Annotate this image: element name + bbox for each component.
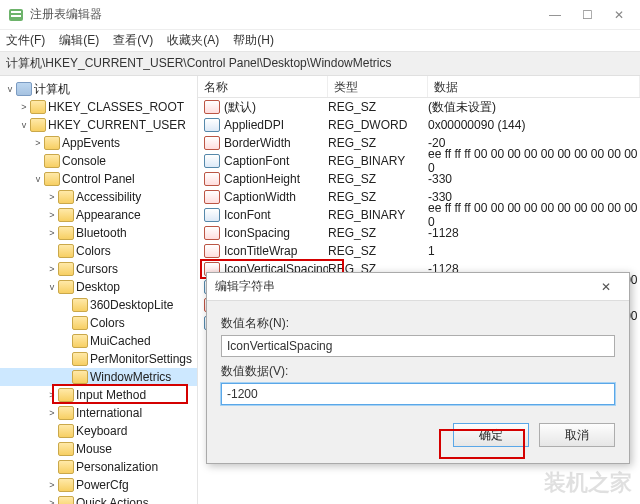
value-data: 0x00000090 (144) xyxy=(428,118,640,132)
tree-item[interactable]: >AppEvents xyxy=(0,134,197,152)
tree-item[interactable]: >HKEY_CLASSES_ROOT xyxy=(0,98,197,116)
tree-label: Accessibility xyxy=(76,190,141,204)
value-data: ee ff ff ff 00 00 00 00 00 00 00 00 00 0… xyxy=(428,147,640,175)
svg-rect-2 xyxy=(11,15,21,17)
tree-item[interactable]: >International xyxy=(0,404,197,422)
menu-help[interactable]: 帮助(H) xyxy=(233,32,274,49)
tree-item[interactable]: Console xyxy=(0,152,197,170)
value-icon xyxy=(204,118,220,132)
tree-item[interactable]: 360DesktopLite xyxy=(0,296,197,314)
value-row[interactable]: IconSpacingREG_SZ-1128 xyxy=(198,224,640,242)
tree-label: MuiCached xyxy=(90,334,151,348)
tree-item[interactable]: Mouse xyxy=(0,440,197,458)
folder-icon xyxy=(58,280,74,294)
value-row[interactable]: CaptionFontREG_BINARYee ff ff ff 00 00 0… xyxy=(198,152,640,170)
menu-file[interactable]: 文件(F) xyxy=(6,32,45,49)
value-row[interactable]: IconTitleWrapREG_SZ1 xyxy=(198,242,640,260)
address-bar[interactable]: 计算机\HKEY_CURRENT_USER\Control Panel\Desk… xyxy=(0,52,640,76)
titlebar: 注册表编辑器 — ☐ ✕ xyxy=(0,0,640,30)
tree-item[interactable]: >Accessibility xyxy=(0,188,197,206)
folder-icon xyxy=(30,100,46,114)
tree-item[interactable]: vHKEY_CURRENT_USER xyxy=(0,116,197,134)
dialog-close-button[interactable]: ✕ xyxy=(591,280,621,294)
tree-item[interactable]: vControl Panel xyxy=(0,170,197,188)
folder-icon xyxy=(58,460,74,474)
value-data: -1128 xyxy=(428,226,640,240)
value-name: IconSpacing xyxy=(224,226,328,240)
value-row[interactable]: IconFontREG_BINARYee ff ff ff 00 00 00 0… xyxy=(198,206,640,224)
tree-item[interactable]: vDesktop xyxy=(0,278,197,296)
tree-label: AppEvents xyxy=(62,136,120,150)
ok-button[interactable]: 确定 xyxy=(453,423,529,447)
col-data[interactable]: 数据 xyxy=(428,76,640,97)
tree-item[interactable]: Colors xyxy=(0,242,197,260)
tree-label: Cursors xyxy=(76,262,118,276)
value-row[interactable]: AppliedDPIREG_DWORD0x00000090 (144) xyxy=(198,116,640,134)
value-icon xyxy=(204,208,220,222)
folder-icon xyxy=(58,388,74,402)
tree-label: Desktop xyxy=(76,280,120,294)
folder-icon xyxy=(58,406,74,420)
folder-icon xyxy=(58,208,74,222)
value-type: REG_SZ xyxy=(328,226,428,240)
tree-item[interactable]: >Input Method xyxy=(0,386,197,404)
value-row[interactable]: (默认)REG_SZ(数值未设置) xyxy=(198,98,640,116)
value-data-input[interactable] xyxy=(221,383,615,405)
window-title: 注册表编辑器 xyxy=(30,6,548,23)
value-name: BorderWidth xyxy=(224,136,328,150)
folder-icon xyxy=(72,316,88,330)
menu-favorites[interactable]: 收藏夹(A) xyxy=(167,32,219,49)
folder-icon xyxy=(58,226,74,240)
tree-item[interactable]: MuiCached xyxy=(0,332,197,350)
tree-label: Keyboard xyxy=(76,424,127,438)
value-icon xyxy=(204,190,220,204)
tree-label: Bluetooth xyxy=(76,226,127,240)
tree-label: PowerCfg xyxy=(76,478,129,492)
value-name-label: 数值名称(N): xyxy=(221,315,615,332)
value-icon xyxy=(204,244,220,258)
tree-label: 360DesktopLite xyxy=(90,298,173,312)
maximize-button[interactable]: ☐ xyxy=(580,8,594,22)
tree-item[interactable]: Keyboard xyxy=(0,422,197,440)
tree-item[interactable]: Colors xyxy=(0,314,197,332)
tree-item[interactable]: >Cursors xyxy=(0,260,197,278)
tree-label: WindowMetrics xyxy=(90,370,171,384)
close-button[interactable]: ✕ xyxy=(612,8,626,22)
tree-item[interactable]: >PowerCfg xyxy=(0,476,197,494)
value-data: -330 xyxy=(428,172,640,186)
minimize-button[interactable]: — xyxy=(548,8,562,22)
folder-icon xyxy=(44,172,60,186)
tree-item[interactable]: WindowMetrics xyxy=(0,368,197,386)
folder-icon xyxy=(58,262,74,276)
tree-label: Control Panel xyxy=(62,172,135,186)
tree-label: Colors xyxy=(76,244,111,258)
value-data: (数值未设置) xyxy=(428,99,640,116)
tree-root[interactable]: v 计算机 xyxy=(0,80,197,98)
menu-edit[interactable]: 编辑(E) xyxy=(59,32,99,49)
value-name-input[interactable] xyxy=(221,335,615,357)
cancel-button[interactable]: 取消 xyxy=(539,423,615,447)
regedit-icon xyxy=(8,7,24,23)
value-type: REG_SZ xyxy=(328,244,428,258)
tree-item[interactable]: >Bluetooth xyxy=(0,224,197,242)
col-type[interactable]: 类型 xyxy=(328,76,428,97)
value-icon xyxy=(204,136,220,150)
tree-item[interactable]: Personalization xyxy=(0,458,197,476)
watermark: 装机之家 xyxy=(544,468,632,498)
tree-item[interactable]: >Quick Actions xyxy=(0,494,197,504)
tree-label: Console xyxy=(62,154,106,168)
value-type: REG_SZ xyxy=(328,190,428,204)
value-icon xyxy=(204,226,220,240)
value-row[interactable]: CaptionHeightREG_SZ-330 xyxy=(198,170,640,188)
tree-item[interactable]: >Appearance xyxy=(0,206,197,224)
folder-icon xyxy=(72,370,88,384)
folder-icon xyxy=(58,244,74,258)
tree-item[interactable]: PerMonitorSettings xyxy=(0,350,197,368)
tree-label: Input Method xyxy=(76,388,146,402)
tree-panel: v 计算机 >HKEY_CLASSES_ROOTvHKEY_CURRENT_US… xyxy=(0,76,198,504)
value-type: REG_DWORD xyxy=(328,118,428,132)
col-name[interactable]: 名称 xyxy=(198,76,328,97)
menu-view[interactable]: 查看(V) xyxy=(113,32,153,49)
menubar: 文件(F) 编辑(E) 查看(V) 收藏夹(A) 帮助(H) xyxy=(0,30,640,52)
value-data: ee ff ff ff 00 00 00 00 00 00 00 00 00 0… xyxy=(428,201,640,229)
